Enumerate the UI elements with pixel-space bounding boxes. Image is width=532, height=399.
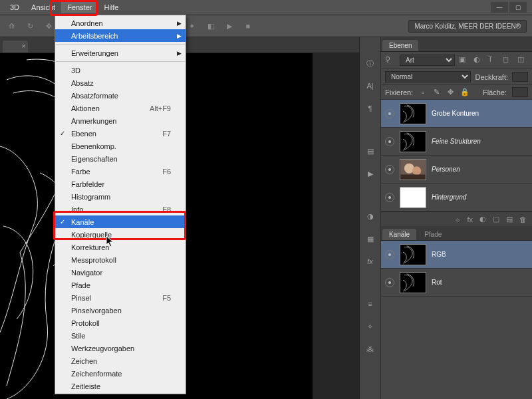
menu-item-ebenenkomp-[interactable]: Ebenenkomp. — [55, 140, 186, 152]
filter-adjust-icon[interactable]: ◐ — [473, 55, 484, 66]
layers-footer: ⟐ fx ◐ ▢ ▤ 🗑 — [381, 211, 532, 226]
pan-icon[interactable]: ✥ — [43, 20, 55, 32]
styles-icon[interactable]: ▦ — [363, 233, 378, 245]
mask-icon[interactable]: ◐ — [479, 215, 486, 223]
menu-item-farbfelder[interactable]: Farbfelder — [55, 178, 186, 190]
menu-item-zeichenformate[interactable]: Zeichenformate — [55, 367, 186, 380]
menu-item-pinselvorgaben[interactable]: Pinselvorgaben — [55, 304, 186, 317]
lock-all-icon[interactable]: 🔒 — [460, 88, 469, 96]
layer-row[interactable]: Grobe Konturen — [381, 100, 532, 128]
wand-icon[interactable]: ✧ — [363, 321, 378, 332]
filter-kind-select[interactable]: Art — [400, 55, 455, 66]
menu-hilfe[interactable]: Hilfe — [98, 1, 124, 13]
blend-mode-select[interactable]: Normal — [385, 71, 471, 82]
menu-item-pfade[interactable]: Pfade — [55, 279, 186, 291]
filter-image-icon[interactable]: ▣ — [459, 55, 469, 66]
play-icon[interactable]: ▶ — [363, 168, 378, 180]
menu-item-anordnen[interactable]: Anordnen▶ — [55, 17, 186, 29]
visibility-icon[interactable] — [385, 165, 394, 174]
tab-kanaele[interactable]: Kanäle — [382, 229, 416, 240]
tab-pfade[interactable]: Pfade — [418, 229, 448, 240]
menu-item-info[interactable]: InfoF8 — [55, 203, 186, 215]
document-tab[interactable]: × — [3, 41, 28, 53]
menu-item-anmerkungen[interactable]: Anmerkungen — [55, 114, 186, 127]
menu-3d[interactable]: 3D — [4, 1, 25, 13]
layer-row[interactable]: Hintergrund — [381, 184, 532, 211]
layer-name: Hintergrund — [432, 194, 466, 201]
mode-icon-3[interactable]: ◧ — [205, 20, 217, 32]
menu-ansicht[interactable]: Ansicht — [25, 1, 61, 13]
home-icon[interactable]: ⟰ — [5, 20, 17, 32]
mode-icon-5[interactable]: ■ — [242, 20, 254, 32]
opacity-input[interactable] — [512, 72, 528, 82]
panel-iconstrip: ⓘ A| ¶ ▤ ▶ ◑ ▦ fx ≡ ✧ ⁂ — [360, 37, 381, 399]
visibility-icon[interactable] — [385, 137, 394, 146]
menu-item-werkzeugvorgaben[interactable]: Werkzeugvorgaben — [55, 342, 186, 354]
menu-item-arbeitsbereich[interactable]: Arbeitsbereich▶ — [55, 29, 186, 42]
menu-item-erweiterungen[interactable]: Erweiterungen▶ — [55, 47, 186, 59]
swatches-icon[interactable]: ▤ — [363, 145, 378, 157]
lock-brush-icon[interactable]: ✎ — [432, 88, 441, 96]
menu-item-histogramm[interactable]: Histogramm — [55, 190, 186, 203]
menu-item-aktionen[interactable]: AktionenAlt+F9 — [55, 102, 186, 114]
menu-item-protokoll[interactable]: Protokoll — [55, 317, 186, 329]
folder-icon[interactable]: ▢ — [493, 215, 499, 223]
maximize-button[interactable]: ▢ — [509, 2, 527, 13]
menu-item-korrekturen[interactable]: Korrekturen — [55, 241, 186, 253]
search-icon[interactable]: ⚲ — [385, 55, 396, 66]
menu-item-zeitleiste[interactable]: Zeitleiste — [55, 380, 186, 392]
link-icon[interactable]: ⟐ — [456, 215, 460, 223]
brush-icon[interactable]: ⁂ — [363, 343, 378, 355]
menubar: 3D Ansicht Fenster Hilfe ― ▢ — [0, 0, 532, 15]
channel-thumbnail — [400, 272, 426, 293]
layer-row[interactable]: Personen — [381, 156, 532, 184]
layer-name: Personen — [432, 166, 460, 173]
menu-item-absatz[interactable]: Absatz — [55, 76, 186, 89]
fenster-menu: Anordnen▶Arbeitsbereich▶Erweiterungen▶3D… — [55, 15, 186, 394]
minimize-button[interactable]: ― — [491, 2, 508, 13]
menu-item-zeichen[interactable]: Zeichen — [55, 354, 186, 367]
close-icon[interactable]: × — [21, 43, 25, 50]
character-icon[interactable]: A| — [363, 80, 378, 92]
filter-type-icon[interactable]: T — [488, 55, 499, 66]
menu-fenster[interactable]: Fenster — [61, 1, 98, 13]
layer-row[interactable]: Feine Strukturen — [381, 128, 532, 156]
orbit-icon[interactable]: ↻ — [24, 20, 36, 32]
menu-item-kan-le[interactable]: ✓Kanäle — [55, 215, 186, 228]
trash-icon[interactable]: 🗑 — [519, 215, 527, 223]
paragraph-icon[interactable]: ¶ — [363, 102, 378, 114]
visibility-icon[interactable] — [385, 193, 394, 202]
menu-item-stile[interactable]: Stile — [55, 329, 186, 342]
footer-fx-icon[interactable]: fx — [467, 215, 473, 223]
lock-move-icon[interactable]: ✥ — [446, 88, 455, 96]
info-icon[interactable]: ⓘ — [363, 57, 378, 69]
visibility-icon[interactable] — [385, 250, 394, 259]
menu-item-navigator[interactable]: Navigator — [55, 266, 186, 279]
adjust-icon[interactable]: ≡ — [363, 298, 378, 310]
menu-item-ebenen[interactable]: ✓EbenenF7 — [55, 127, 186, 140]
menu-item-kopierquelle[interactable]: Kopierquelle — [55, 228, 186, 241]
menu-item-eigenschaften[interactable]: Eigenschaften — [55, 152, 186, 165]
visibility-icon[interactable] — [385, 109, 394, 118]
fx-icon[interactable]: fx — [363, 255, 378, 267]
menu-item-absatzformate[interactable]: Absatzformate — [55, 89, 186, 102]
fill-input[interactable] — [512, 87, 528, 97]
mode-icon-4[interactable]: ▶ — [223, 20, 235, 32]
tab-ebenen[interactable]: Ebenen — [382, 40, 418, 51]
channel-row[interactable]: RGB — [381, 241, 532, 269]
menu-item-3d[interactable]: 3D — [55, 64, 186, 76]
mode-icon-2[interactable]: ✦ — [186, 20, 198, 32]
menu-item-farbe[interactable]: FarbeF6 — [55, 165, 186, 178]
lock-pixels-icon[interactable]: ▫ — [418, 88, 427, 96]
fill-label: Fläche: — [483, 88, 507, 96]
filter-smart-icon[interactable]: ◫ — [517, 55, 528, 66]
color-icon[interactable]: ◑ — [363, 210, 378, 222]
menu-item-messprotokoll[interactable]: Messprotokoll — [55, 253, 186, 266]
layer-thumbnail — [400, 131, 426, 152]
new-layer-icon[interactable]: ▤ — [506, 215, 513, 223]
visibility-icon[interactable] — [385, 278, 394, 287]
filter-shape-icon[interactable]: ◻ — [503, 55, 513, 66]
menu-item-pinsel[interactable]: PinselF5 — [55, 291, 186, 304]
channel-row[interactable]: Rot — [381, 269, 532, 297]
channel-name: RGB — [432, 251, 446, 258]
